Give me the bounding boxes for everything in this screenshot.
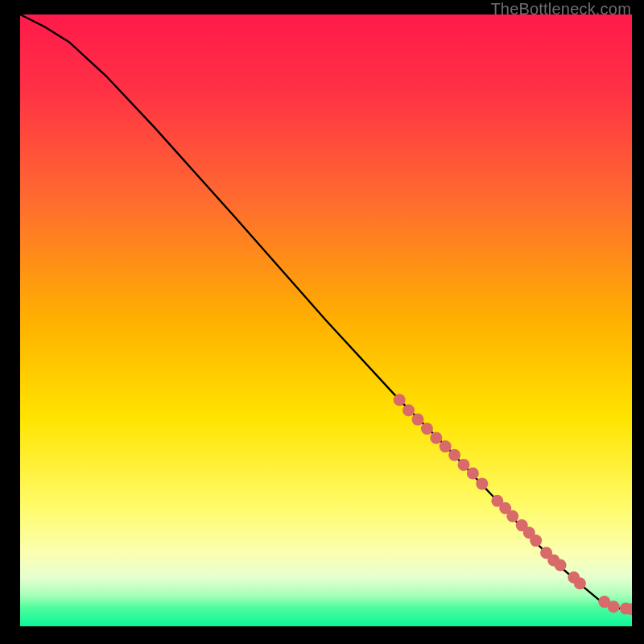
data-point — [467, 468, 479, 480]
data-point — [412, 414, 424, 426]
data-point — [506, 510, 518, 522]
data-point — [458, 459, 470, 471]
data-point — [440, 440, 452, 452]
data-point — [394, 394, 406, 406]
data-point — [476, 477, 488, 489]
data-point — [402, 404, 415, 416]
bottleneck-curve — [20, 14, 632, 609]
chart-stage: TheBottleneck.com — [0, 0, 644, 644]
data-point — [608, 601, 620, 613]
data-point — [448, 449, 460, 461]
data-point — [530, 535, 542, 547]
watermark-text: TheBottleneck.com — [490, 0, 631, 19]
plot-area — [20, 14, 632, 626]
curve-layer — [20, 14, 632, 626]
marker-group — [394, 394, 632, 615]
data-point — [555, 559, 567, 572]
data-point — [421, 423, 433, 435]
data-point — [574, 577, 586, 589]
data-point — [430, 431, 442, 444]
